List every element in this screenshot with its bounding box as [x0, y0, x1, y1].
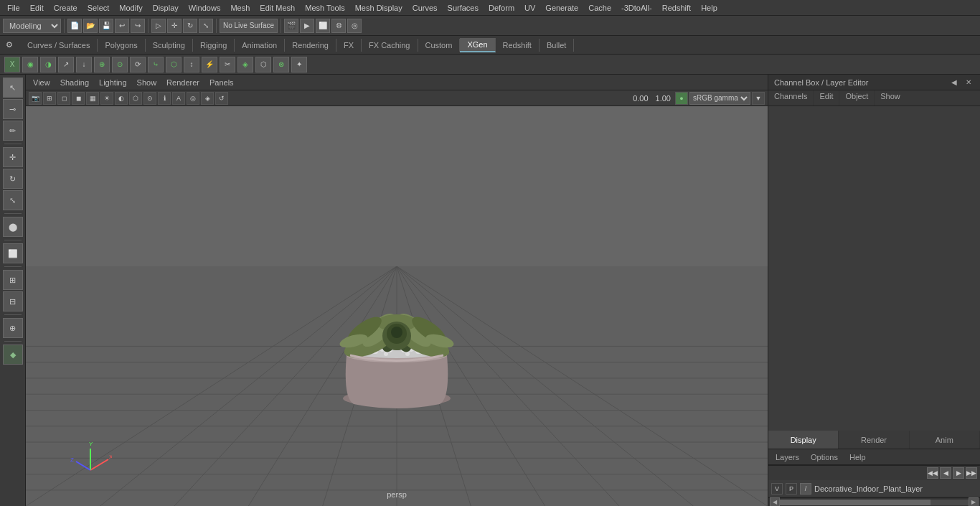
move-icon[interactable]: ✛	[167, 19, 182, 33]
xgen-btn-13[interactable]: ◈	[237, 57, 253, 72]
tab-custom[interactable]: Custom	[418, 39, 461, 52]
options-subtab[interactable]: Options	[806, 451, 842, 463]
gamma-selector[interactable]: sRGB gamma Linear	[689, 92, 750, 105]
xgen-btn-11[interactable]: ⚡	[202, 57, 217, 72]
right-panel-scrollbar[interactable]: ◀ ▶	[768, 497, 980, 506]
snap-btn[interactable]: ⊞	[3, 270, 23, 290]
layer-pencil-btn[interactable]: /	[800, 483, 811, 495]
layer-playback-btn[interactable]: P	[786, 483, 797, 495]
render-seq-icon[interactable]: ▶	[300, 19, 314, 33]
xgen-btn-5[interactable]: ⊕	[94, 57, 110, 72]
render-tab[interactable]: Render	[839, 431, 909, 449]
xgen-btn-0[interactable]: X	[4, 57, 20, 72]
xray-icon[interactable]: ⬡	[129, 92, 142, 105]
hud-icon[interactable]: ℹ	[158, 92, 171, 105]
tab-sculpting[interactable]: Sculpting	[146, 39, 193, 52]
menu-cache[interactable]: Cache	[584, 2, 616, 14]
scroll-thumb[interactable]	[780, 500, 930, 505]
lighting-icon[interactable]: ☀	[100, 92, 113, 105]
help-subtab[interactable]: Help	[845, 451, 870, 463]
grid-icon[interactable]: ⊞	[43, 92, 56, 105]
color-mgmt-icon[interactable]: ▼	[752, 92, 765, 105]
xgen-btn-10[interactable]: ↕	[184, 57, 199, 72]
menu-meshdisplay[interactable]: Mesh Display	[351, 2, 407, 14]
viewport-canvas[interactable]: X Y Z persp	[26, 106, 768, 506]
color-profile-icon[interactable]: ●	[675, 92, 688, 105]
lasso-select-btn[interactable]: ⊸	[3, 99, 23, 119]
ipr-icon[interactable]: ⬜	[316, 19, 330, 33]
xgen-btn-6[interactable]: ⊙	[112, 57, 128, 72]
render-settings-icon[interactable]: ⚙	[331, 19, 346, 33]
channels-tab[interactable]: Channels	[768, 90, 814, 106]
anim-tab[interactable]: Anim	[910, 431, 980, 449]
open-scene-icon[interactable]: 📂	[83, 19, 98, 33]
xgen-btn-16[interactable]: ✦	[291, 57, 307, 72]
textured-icon[interactable]: ▦	[86, 92, 99, 105]
layer-nav-next[interactable]: ▶▶	[966, 467, 977, 479]
tab-animation[interactable]: Animation	[235, 39, 285, 52]
layer-nav-prev[interactable]: ◀◀	[927, 467, 938, 479]
menu-meshtools[interactable]: Mesh Tools	[301, 2, 349, 14]
menu-edit[interactable]: Edit	[26, 2, 48, 14]
dof-icon[interactable]: ◎	[187, 92, 199, 105]
scroll-track[interactable]	[780, 500, 969, 505]
layer-nav-fwd[interactable]: ▶	[953, 467, 964, 479]
menu-3dtoall[interactable]: -3DtoAll-	[617, 2, 656, 14]
scale-tool-btn[interactable]: ⤡	[3, 190, 23, 210]
settings-icon[interactable]: ⚙	[3, 39, 16, 52]
tab-curves-surfaces[interactable]: Curves / Surfaces	[20, 39, 98, 52]
layer-nav-back[interactable]: ◀	[940, 467, 951, 479]
aa-icon[interactable]: A	[172, 92, 185, 105]
move-tool-btn[interactable]: ✛	[3, 147, 23, 167]
sculpt-btn[interactable]: ⬤	[3, 217, 23, 237]
render-icon[interactable]: 🎬	[284, 19, 298, 33]
tab-fx-caching[interactable]: FX Caching	[362, 39, 418, 52]
xgen-btn-12[interactable]: ✂	[220, 57, 235, 72]
tab-redshift[interactable]: Redshift	[496, 39, 540, 52]
camera-icon[interactable]: 📷	[29, 92, 42, 105]
tab-polygons[interactable]: Polygons	[98, 39, 145, 52]
refresh-icon[interactable]: ↺	[215, 92, 228, 105]
menu-editmesh[interactable]: Edit Mesh	[255, 2, 299, 14]
snap-btn-2[interactable]: ⊟	[3, 291, 23, 311]
viewport-show-menu[interactable]: Show	[134, 77, 160, 88]
edit-tab[interactable]: Edit	[814, 90, 839, 106]
menu-help[interactable]: Help	[697, 2, 722, 14]
rotate-icon[interactable]: ↻	[183, 19, 197, 33]
display-btn[interactable]: ⊕	[3, 318, 23, 338]
expand-icon[interactable]: ✕	[963, 77, 974, 88]
tab-bullet[interactable]: Bullet	[540, 39, 575, 52]
wireframe-icon[interactable]: ◻	[57, 92, 70, 105]
hypershade-icon[interactable]: ◎	[347, 19, 362, 33]
mode-selector[interactable]: Modeling Rigging Animation FX Rendering …	[3, 19, 61, 33]
layers-subtab[interactable]: Layers	[771, 451, 804, 463]
shaded-icon[interactable]: ◼	[72, 92, 85, 105]
save-scene-icon[interactable]: 💾	[99, 19, 113, 33]
layer-visibility-btn[interactable]: V	[771, 483, 783, 495]
display-tab[interactable]: Display	[768, 431, 839, 449]
menu-deform[interactable]: Deform	[484, 2, 519, 14]
undo-icon[interactable]: ↩	[115, 19, 129, 33]
xgen-btn-8[interactable]: ⤷	[148, 57, 164, 72]
menu-windows[interactable]: Windows	[184, 2, 225, 14]
new-scene-icon[interactable]: 📄	[67, 19, 82, 33]
scroll-right-btn[interactable]: ▶	[969, 497, 979, 507]
rotate-tool-btn[interactable]: ↻	[3, 169, 23, 189]
select-tool-btn[interactable]: ↖	[3, 78, 23, 98]
scroll-left-btn[interactable]: ◀	[770, 497, 780, 507]
menu-file[interactable]: File	[3, 2, 24, 14]
menu-select[interactable]: Select	[83, 2, 114, 14]
xgen-btn-2[interactable]: ◑	[40, 57, 56, 72]
msaa-icon[interactable]: ◈	[201, 92, 214, 105]
live-surface-btn[interactable]: No Live Surface	[220, 19, 278, 33]
select-icon[interactable]: ▷	[151, 19, 166, 33]
viewport-shading-menu[interactable]: Shading	[57, 77, 92, 88]
scale-icon[interactable]: ⤡	[199, 19, 213, 33]
viewport-lighting-menu[interactable]: Lighting	[96, 77, 130, 88]
isolate-icon[interactable]: ⊙	[143, 92, 156, 105]
marquee-select-btn[interactable]: ⬜	[3, 243, 23, 263]
collapse-icon[interactable]: ◀	[948, 77, 960, 88]
shadow-icon[interactable]: ◐	[115, 92, 128, 105]
viewport-renderer-menu[interactable]: Renderer	[164, 77, 202, 88]
xgen-btn-1[interactable]: ◉	[22, 57, 38, 72]
